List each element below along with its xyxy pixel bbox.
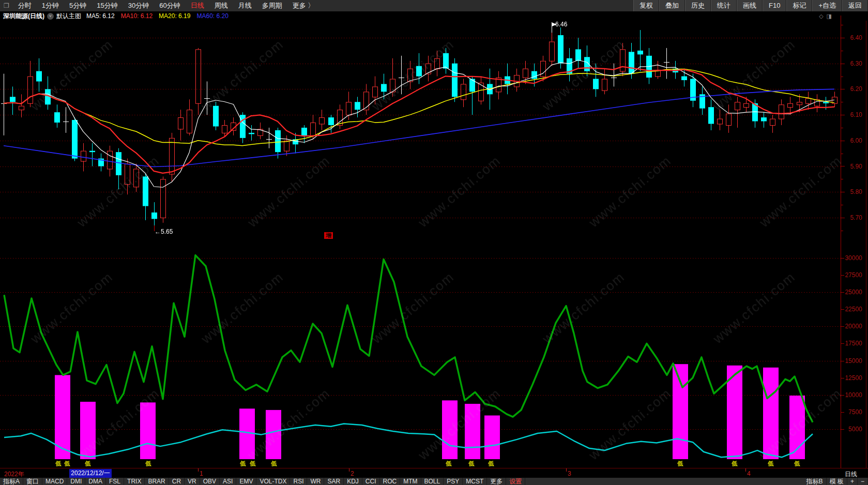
indicator-tab[interactable]: 更多 [487,478,506,485]
indicator-tab[interactable]: OBV [200,478,220,485]
date-tick [566,468,567,472]
indicator-canvas[interactable] [0,239,868,468]
indicator-axis-label: 10000 [842,391,862,399]
topbar-actions: 复权叠加历史统计画线F10标记+自选返回 [633,0,868,11]
main-chart-canvas[interactable] [0,21,868,239]
low-annotation: ←5.65 [155,228,173,235]
topbar-button[interactable]: 标记 [786,0,812,11]
period-tab[interactable]: 30分钟 [123,0,154,11]
indicator-tab[interactable]: RSI [290,478,307,485]
indicator-tab[interactable]: SAR [324,478,344,485]
period-tab[interactable]: 更多 〉 [287,0,320,11]
topbar-button[interactable]: 历史 [685,0,711,11]
topbar-button[interactable]: 返回 [842,0,868,11]
period-tab[interactable]: 多周期 [257,0,287,11]
indicator-tab[interactable]: 设置 [506,478,525,485]
main-chart-panel: 6.406.306.206.106.005.905.805.70 6.46 ←5… [0,21,868,239]
low-signal-label: 低 [64,460,70,467]
window-icon: ❐ [0,2,13,9]
topbar-button[interactable]: +自选 [812,0,842,11]
low-signal-label: 低 [446,460,451,467]
topbar-button[interactable]: 复权 [633,0,659,11]
indicator-toolbar: 指标A窗口MACDDMIDMAFSLTRIXBRARCRVROBVASIEMVV… [0,478,868,485]
topbar-button[interactable]: 统计 [711,0,737,11]
low-signal-label: 低 [145,460,151,467]
indicator-tab[interactable]: DMA [85,478,106,485]
ma-values: MA5: 6.12MA10: 6.12MA20: 6.19MA60: 6.20 [86,12,235,20]
indicator-axis-label: 15000 [842,357,862,365]
price-axis-label: 6.30 [845,60,862,67]
chevron-down-icon[interactable]: ˅ [47,13,54,20]
low-signal-label: 低 [488,460,494,467]
low-signal-label: 低 [85,460,90,467]
price-axis-label: 6.00 [845,137,862,144]
ma-label: MA5: 6.12 [86,12,115,20]
indicator-tab[interactable]: − [858,478,868,485]
low-signal-label: 低 [468,460,474,467]
indicator-tab[interactable]: TRIX [124,478,145,485]
stock-info-bar: 深圳能源(日线) ˅ 默认主图 MA5: 6.12MA10: 6.12MA20:… [0,11,868,21]
indicator-tab[interactable]: WR [307,478,324,485]
indicator-tab[interactable]: FSL [106,478,124,485]
indicator-tab[interactable]: BOLL [421,478,444,485]
indicator-tab[interactable]: 窗口 [23,478,42,485]
indicator-tab[interactable]: ASI [220,478,236,485]
indicator-tab[interactable]: + [847,478,858,485]
indicator-tab[interactable]: PSY [444,478,463,485]
indicator-tab[interactable]: MACD [42,478,67,485]
top-menu-bar: ❐ 分时1分钟5分钟15分钟30分钟60分钟日线周线月线多周期更多 〉 复权叠加… [0,0,868,12]
date-tick [198,468,199,472]
topbar-button[interactable]: 画线 [737,0,763,11]
price-axis-label: 6.40 [845,34,862,41]
ma-label: MA60: 6.20 [196,12,228,20]
price-axis-line [841,16,841,478]
indicator-tab[interactable]: 指标A [0,478,23,485]
low-signal-label: 低 [732,460,737,467]
period-tab[interactable]: 月线 [233,0,257,11]
price-axis-label: 5.80 [845,188,862,195]
date-axis-row: 2022年 2022/12/12/一 1234 日线 [0,468,868,478]
main-chart-label[interactable]: 默认主图 [56,12,81,21]
indicator-axis-label: 25000 [842,289,862,296]
indicator-tab[interactable]: DMI [67,478,85,485]
stock-name: 深圳能源(日线) [3,12,44,21]
period-tab[interactable]: 5分钟 [64,0,92,11]
period-tab[interactable]: 日线 [186,0,209,11]
period-tab[interactable]: 1分钟 [37,0,64,11]
date-mark: 3 [568,470,571,477]
indicator-tab[interactable]: ROC [380,478,401,485]
price-axis-label: 5.70 [845,214,862,221]
topbar-button[interactable]: 叠加 [659,0,685,11]
indicator-tab[interactable]: MCST [463,478,487,485]
price-axis-label: 6.20 [845,85,862,93]
ma-label: MA10: 6.12 [121,12,153,20]
indicator-axis-label: 20000 [842,323,862,330]
date-mark: 4 [747,470,751,477]
period-tab[interactable]: 60分钟 [154,0,185,11]
selected-date[interactable]: 2022/12/12/一 [69,469,112,478]
period-tab[interactable]: 周线 [209,0,233,11]
indicator-tab[interactable]: VR [185,478,200,485]
date-tick [349,468,349,472]
split-window-icon[interactable]: ◨ [827,13,832,20]
period-menu: 分时1分钟5分钟15分钟30分钟60分钟日线周线月线多周期更多 〉 [13,0,320,11]
period-tab[interactable]: 分时 [13,0,37,11]
indicator-tab[interactable]: EMV [236,478,256,485]
low-signal-label: 低 [55,460,61,467]
indicator-tab[interactable]: 指标B [803,478,827,485]
ma-label: MA20: 6.19 [159,12,190,20]
indicator-tab[interactable]: VOL-TDX [256,478,290,485]
date-mark: 1 [200,470,203,477]
indicator-tab[interactable]: CCI [362,478,380,485]
indicator-tab[interactable]: 模 板 [827,478,847,485]
indicator-tab[interactable]: CR [169,478,185,485]
topbar-button[interactable]: F10 [763,0,786,11]
indicator-axis-label: 22500 [842,306,862,313]
indicator-tab[interactable]: KDJ [344,478,362,485]
indicator-tab[interactable]: MTM [400,478,421,485]
period-tab[interactable]: 15分钟 [92,0,123,11]
diamond-icon[interactable]: ◇ [819,13,823,20]
right-edge-line [866,21,866,468]
dividend-event-badge[interactable]: 增 [324,232,333,239]
indicator-tab[interactable]: BRAR [145,478,169,485]
